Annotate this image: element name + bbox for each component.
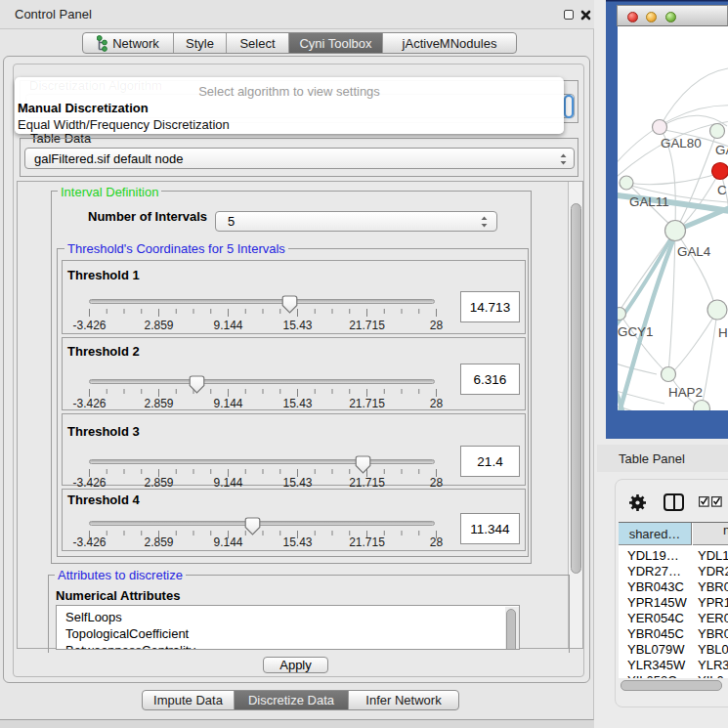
svg-text:GAL11: GAL11 [629,194,669,209]
svg-text:H: H [718,325,728,340]
svg-text:HAP2: HAP2 [668,385,703,400]
svg-text:GA: GA [715,143,728,157]
svg-text:GAL4: GAL4 [677,244,711,259]
svg-text:GCY1: GCY1 [618,324,653,339]
svg-text:C: C [717,183,727,197]
svg-text:GAL80: GAL80 [661,136,702,150]
